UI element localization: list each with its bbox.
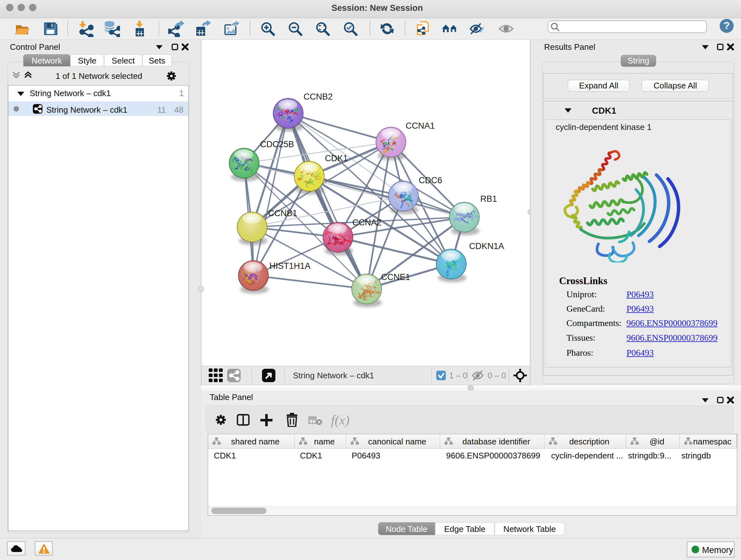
svg-text:CCNA2: CCNA2 xyxy=(352,218,382,227)
svg-text:CDC25B: CDC25B xyxy=(260,139,294,149)
svg-text:CDC6: CDC6 xyxy=(419,176,442,185)
svg-text:CDK1: CDK1 xyxy=(325,153,348,163)
svg-text:CCNB2: CCNB2 xyxy=(304,92,333,102)
svg-text:CCNB1: CCNB1 xyxy=(268,208,297,218)
svg-text:RB1: RB1 xyxy=(480,194,497,204)
svg-text:HIST1H1A: HIST1H1A xyxy=(269,261,311,271)
svg-text:CCNE1: CCNE1 xyxy=(381,272,410,282)
svg-text:?: ? xyxy=(724,20,730,31)
svg-text:CCNA1: CCNA1 xyxy=(406,121,435,131)
svg-text:CDKN1A: CDKN1A xyxy=(469,241,504,251)
